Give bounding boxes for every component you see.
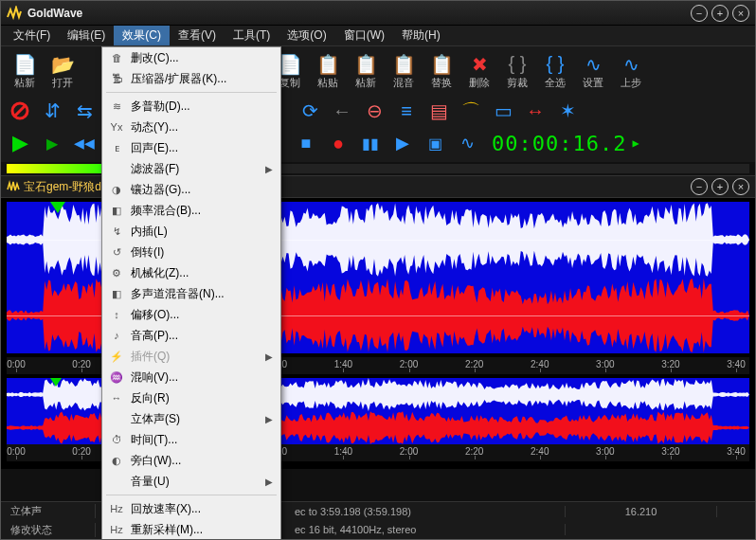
- menu-file[interactable]: 文件(F): [5, 26, 59, 45]
- effects-item-4[interactable]: Yx动态(Y)...: [102, 117, 280, 137]
- status-channel[interactable]: 立体声: [1, 504, 96, 518]
- fx-btn-14[interactable]: ✶: [554, 98, 581, 124]
- effects-item-8[interactable]: ◧频率混合(B)...: [102, 200, 280, 221]
- app-title: GoldWave: [27, 7, 691, 20]
- effects-item-23[interactable]: Hz回放速率(X)...: [102, 498, 280, 519]
- fx-btn-11[interactable]: ⌒: [458, 98, 484, 124]
- effects-dropdown[interactable]: 🗑删改(C)...🗜压缩器/扩展器(K)...≋多普勒(D)...Yx动态(Y)…: [101, 46, 281, 540]
- effects-item-7[interactable]: ◑镶边器(G)...: [102, 179, 280, 200]
- doc-minimize-button[interactable]: −: [691, 178, 708, 195]
- svg-line-1: [15, 106, 25, 116]
- fx-btn-9[interactable]: ≡: [393, 98, 420, 124]
- fx-btn-10[interactable]: ▤: [425, 98, 452, 124]
- minimize-button[interactable]: −: [691, 5, 708, 22]
- effects-item-12[interactable]: ◧多声道混音器(N)...: [102, 283, 280, 304]
- effects-item-11[interactable]: ⚙机械化(Z)...: [102, 262, 280, 283]
- maximize-button[interactable]: +: [711, 5, 729, 22]
- menu-effects[interactable]: 效果(C): [114, 26, 170, 45]
- stop-button[interactable]: ■: [293, 130, 319, 156]
- effects-item-16[interactable]: ♒混响(V)...: [102, 367, 280, 387]
- effects-item-3[interactable]: ≋多普勒(D)...: [102, 96, 280, 117]
- marker-button[interactable]: ▣: [422, 130, 448, 156]
- toolbar-btn-12[interactable]: ✖删除: [461, 50, 497, 92]
- effects-item-21[interactable]: 音量(U)▶: [102, 471, 280, 492]
- effects-item-10[interactable]: ↺倒转(I): [102, 242, 280, 262]
- fx-btn-12[interactable]: ▭: [490, 98, 516, 124]
- no-entry-icon[interactable]: [7, 98, 33, 124]
- vu-left-channel: [7, 164, 101, 173]
- play-cursor-icon[interactable]: [50, 202, 65, 213]
- effects-item-6[interactable]: 滤波器(F)▶: [102, 158, 280, 179]
- menu-help[interactable]: 帮助(H): [393, 26, 449, 45]
- effects-item-13[interactable]: ↕偏移(O)...: [102, 304, 280, 325]
- toolbar-btn-14[interactable]: { }全选: [537, 50, 573, 92]
- fx-btn-13[interactable]: ↔: [522, 98, 549, 124]
- wave-icon: [7, 180, 20, 193]
- overview-cursor-icon[interactable]: [50, 378, 62, 387]
- fx-btn-6[interactable]: ⟳: [297, 98, 323, 124]
- menu-view[interactable]: 查看(V): [170, 26, 225, 45]
- close-button[interactable]: ×: [732, 5, 749, 22]
- toolbar-btn-9[interactable]: 📋粘新: [348, 50, 384, 92]
- record-button[interactable]: ●: [325, 130, 351, 156]
- status-position: 16.210: [566, 506, 717, 517]
- effects-item-18[interactable]: 立体声(S)▶: [102, 408, 280, 429]
- toolbar-btn-1[interactable]: 📂打开: [45, 50, 81, 92]
- status-mode[interactable]: 修改状态: [1, 523, 96, 537]
- effects-item-20[interactable]: ◐旁白(W)...: [102, 450, 280, 471]
- effects-item-0[interactable]: 🗑删改(C)...: [102, 47, 280, 68]
- app-logo-icon: [7, 6, 22, 21]
- toolbar-btn-16[interactable]: ∿上步: [613, 50, 649, 92]
- timecode-display: 00:00:16.2 ▶: [492, 132, 640, 155]
- menu-options[interactable]: 选项(O): [279, 26, 334, 45]
- doc-close-button[interactable]: ×: [732, 178, 749, 195]
- pause-button[interactable]: ▮▮: [357, 130, 384, 156]
- doc-maximize-button[interactable]: +: [711, 178, 729, 195]
- play2-button[interactable]: ▶: [389, 130, 416, 156]
- fx-btn-8[interactable]: ⊖: [361, 98, 387, 124]
- toolbar-btn-0[interactable]: 📄粘新: [7, 50, 43, 92]
- menu-window[interactable]: 窗口(W): [335, 26, 393, 45]
- toolbar-btn-8[interactable]: 📋粘贴: [310, 50, 346, 92]
- toolbar-btn-11[interactable]: 📋替换: [423, 50, 459, 92]
- effects-item-19[interactable]: ⏱时间(T)...: [102, 429, 280, 450]
- arrows-h-icon[interactable]: ⇆: [71, 98, 98, 124]
- effects-item-9[interactable]: ↯内插(L): [102, 221, 280, 242]
- effects-item-24[interactable]: Hz重新采样(M)...: [102, 519, 280, 540]
- menubar: 文件(F) 编辑(E) 效果(C) 查看(V) 工具(T) 选项(O) 窗口(W…: [1, 26, 755, 46]
- status-range: ec to 3:59.198 (3:59.198): [285, 506, 566, 517]
- play-sel-button[interactable]: ▶: [39, 130, 65, 156]
- play-button[interactable]: ▶: [7, 130, 33, 156]
- status-format: ec 16 bit, 44100Hz, stereo: [285, 524, 566, 535]
- effects-item-14[interactable]: ♪音高(P)...: [102, 325, 280, 346]
- toolbar-btn-10[interactable]: 📋混音: [386, 50, 422, 92]
- arrows-v-icon[interactable]: ⇵: [39, 98, 65, 124]
- effects-item-5[interactable]: ᴇ回声(E)...: [102, 137, 280, 158]
- loop-button[interactable]: ∿: [454, 130, 480, 156]
- effects-item-17[interactable]: ↔反向(R): [102, 387, 280, 408]
- menu-tools[interactable]: 工具(T): [225, 26, 279, 45]
- toolbar-btn-13[interactable]: { }剪裁: [499, 50, 535, 92]
- toolbar-btn-15[interactable]: ∿设置: [575, 50, 611, 92]
- rewind-button[interactable]: ◀◀: [71, 130, 98, 156]
- effects-item-1[interactable]: 🗜压缩器/扩展器(K)...: [102, 68, 280, 89]
- fx-btn-7[interactable]: ←: [329, 98, 355, 124]
- effects-item-15: ⚡插件(Q)▶: [102, 346, 280, 367]
- menu-edit[interactable]: 编辑(E): [59, 26, 114, 45]
